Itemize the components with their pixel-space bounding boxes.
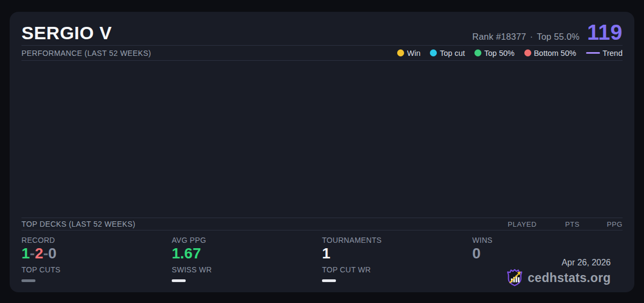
trend-line-icon bbox=[586, 52, 600, 54]
legend-label: Win bbox=[407, 49, 420, 57]
legend-item-top50[interactable]: Top 50% bbox=[474, 49, 514, 57]
record-losses: 2 bbox=[35, 245, 43, 262]
record-separator: - bbox=[43, 245, 48, 262]
player-score: 119 bbox=[587, 23, 623, 42]
brand-block: cedhstats.org bbox=[506, 269, 611, 287]
legend-label: Top 50% bbox=[484, 49, 514, 57]
top-percent: Top 55.0% bbox=[537, 32, 580, 41]
record-wins: 1 bbox=[21, 245, 30, 262]
rank-text: Rank #18377·Top 55.0% bbox=[472, 32, 580, 42]
card-header: SERGIO V Rank #18377·Top 55.0% 119 bbox=[21, 12, 623, 46]
top-cut-dot-icon bbox=[430, 49, 437, 56]
top-decks-column-headers: PLAYED PTS PPG bbox=[494, 220, 623, 228]
page-title: SERGIO V bbox=[21, 24, 112, 42]
legend-item-trend[interactable]: Trend bbox=[586, 49, 623, 57]
top-decks-section-header: TOP DECKS (LAST 52 WEEKS) PLAYED PTS PPG bbox=[21, 218, 623, 230]
win-dot-icon bbox=[397, 49, 404, 56]
legend-label: Trend bbox=[603, 49, 623, 57]
column-played: PLAYED bbox=[494, 220, 537, 228]
record-separator: - bbox=[30, 245, 35, 262]
column-ppg: PPG bbox=[580, 220, 623, 228]
stat-label: RECORD bbox=[21, 235, 172, 245]
top-decks-title: TOP DECKS (LAST 52 WEEKS) bbox=[21, 220, 135, 228]
stats-column-3: TOURNAMENTS 1 TOP CUT WR bbox=[322, 235, 472, 292]
card-footer: Apr 26, 2026 cedhstats.org bbox=[506, 258, 611, 287]
dot-separator: · bbox=[530, 32, 533, 41]
stats-column-1: RECORD 1-2-0 TOP CUTS bbox=[21, 235, 172, 292]
record-value: 1-2-0 bbox=[21, 245, 172, 262]
avg-ppg-value: 1.67 bbox=[172, 245, 322, 262]
legend-item-win[interactable]: Win bbox=[397, 49, 420, 57]
player-stats-card: SERGIO V Rank #18377·Top 55.0% 119 PERFO… bbox=[10, 12, 634, 292]
stat-label: TOP CUTS bbox=[21, 265, 172, 275]
bottom50-dot-icon bbox=[524, 49, 531, 56]
performance-section-header: PERFORMANCE (LAST 52 WEEKS) Win Top cut … bbox=[21, 46, 623, 61]
empty-value-dash bbox=[172, 279, 186, 282]
stat-record: RECORD 1-2-0 bbox=[21, 235, 172, 262]
legend-item-top-cut[interactable]: Top cut bbox=[430, 49, 465, 57]
rank-number: Rank #18377 bbox=[472, 32, 526, 41]
cedhstats-logo-icon bbox=[506, 269, 523, 287]
empty-value-dash bbox=[21, 279, 35, 282]
legend-item-bottom50[interactable]: Bottom 50% bbox=[524, 49, 576, 57]
legend-label: Top cut bbox=[440, 49, 465, 57]
brand-name: cedhstats.org bbox=[528, 271, 611, 285]
chart-legend: Win Top cut Top 50% Bottom 50% Trend bbox=[397, 49, 623, 57]
stat-label: TOURNAMENTS bbox=[322, 235, 472, 245]
stat-label: WINS bbox=[472, 235, 623, 245]
stat-label: TOP CUT WR bbox=[322, 265, 472, 275]
tournaments-value: 1 bbox=[322, 245, 472, 262]
top50-dot-icon bbox=[474, 49, 481, 56]
column-pts: PTS bbox=[537, 220, 580, 228]
stats-grid: RECORD 1-2-0 TOP CUTS AVG PPG 1.67 SWISS… bbox=[21, 230, 623, 292]
legend-label: Bottom 50% bbox=[534, 49, 576, 57]
performance-chart bbox=[21, 61, 623, 218]
stat-avg-ppg: AVG PPG 1.67 bbox=[172, 235, 322, 262]
rank-block: Rank #18377·Top 55.0% 119 bbox=[472, 23, 623, 42]
performance-title: PERFORMANCE (LAST 52 WEEKS) bbox=[21, 49, 151, 57]
stat-label: SWISS WR bbox=[172, 265, 322, 275]
empty-value-dash bbox=[322, 279, 336, 282]
record-draws: 0 bbox=[48, 245, 57, 262]
stat-top-cut-wr: TOP CUT WR bbox=[322, 265, 472, 282]
stat-label: AVG PPG bbox=[172, 235, 322, 245]
stat-tournaments: TOURNAMENTS 1 bbox=[322, 235, 472, 262]
date-label: Apr 26, 2026 bbox=[561, 258, 611, 268]
stat-top-cuts: TOP CUTS bbox=[21, 265, 172, 282]
stat-swiss-wr: SWISS WR bbox=[172, 265, 322, 282]
stats-column-2: AVG PPG 1.67 SWISS WR bbox=[172, 235, 322, 292]
